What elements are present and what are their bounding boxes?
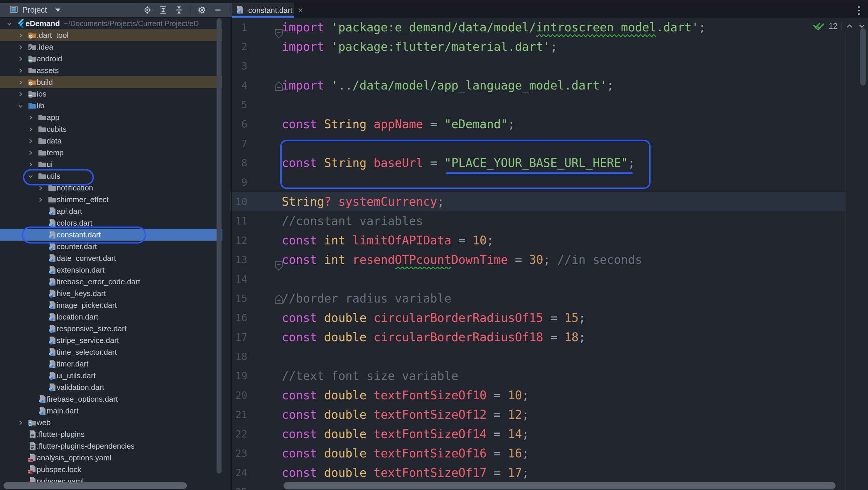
code-line-15[interactable]: 15//border radius variable (232, 289, 868, 308)
code-line-16[interactable]: 16const double circularBorderRadiusOf15 … (232, 308, 868, 328)
tree-item-date-convert-dart[interactable]: date_convert.dart (0, 252, 222, 264)
inspections-widget[interactable]: 12 (812, 21, 866, 32)
tab-constant-dart[interactable]: constant.dart (232, 3, 294, 18)
tree-item-app[interactable]: app (0, 112, 222, 123)
tree-item-utils[interactable]: utils (0, 170, 222, 182)
chevron-right-icon[interactable] (17, 419, 24, 428)
code-line-11[interactable]: 11//constant variables (232, 211, 868, 231)
tree-item--idea[interactable]: .idea (0, 41, 222, 53)
code-line-3[interactable]: 3 (232, 56, 868, 76)
project-view-selector[interactable]: Project (9, 5, 60, 15)
fold-marker-down[interactable] (274, 261, 284, 273)
tree-item-ui-utils-dart[interactable]: ui_utils.dart (0, 370, 222, 381)
code-line-17[interactable]: 17const double circularBorderRadiusOf18 … (232, 328, 868, 347)
fold-marker-up[interactable] (274, 293, 284, 305)
settings-gear-icon[interactable] (195, 4, 208, 16)
chevron-down-icon[interactable] (6, 20, 13, 28)
chevron-right-icon[interactable] (37, 196, 44, 205)
chevron-right-icon[interactable] (27, 137, 34, 146)
tree-item-colors-dart[interactable]: colors.dart (0, 217, 222, 229)
tree-item-firebase-error-code-dart[interactable]: firebase_error_code.dart (0, 276, 222, 287)
chevron-right-icon[interactable] (17, 56, 24, 64)
code-line-10[interactable]: 10String? systemCurrency; (232, 192, 868, 211)
tree-horizontal-scrollbar[interactable] (3, 482, 187, 489)
tree-vertical-scrollbar[interactable] (217, 18, 221, 473)
tree-item-data[interactable]: data (0, 135, 222, 147)
code-line-8[interactable]: 8const String baseUrl = "PLACE_YOUR_BASE… (232, 153, 868, 173)
chevron-right-icon[interactable] (17, 32, 24, 40)
chevron-right-icon[interactable] (27, 126, 34, 134)
tree-item-lib[interactable]: lib (0, 100, 222, 112)
chevron-right-icon[interactable] (37, 185, 44, 193)
code-line-23[interactable]: 23const double textFontSizeOf16 = 16; (232, 443, 868, 463)
code-line-14[interactable]: 14 (232, 269, 868, 289)
editor-horizontal-scrollbar[interactable] (283, 482, 836, 489)
tree-item-main-dart[interactable]: main.dart (0, 405, 222, 417)
code-line-24[interactable]: 24const double textFontSizeOf17 = 17; (232, 463, 868, 482)
close-icon[interactable] (297, 7, 304, 14)
chevron-down-icon[interactable] (27, 173, 34, 181)
tree-item-responsive-size-dart[interactable]: responsive_size.dart (0, 323, 222, 335)
code-line-22[interactable]: 22const double textFontSizeOf14 = 14; (232, 424, 868, 443)
tree-item-android[interactable]: android (0, 53, 222, 65)
locate-file-button[interactable] (141, 4, 154, 16)
collapse-all-button[interactable] (173, 4, 185, 16)
chevron-right-icon[interactable] (17, 44, 24, 52)
code-line-19[interactable]: 19//text font size variable (232, 366, 868, 386)
chevron-right-icon[interactable] (27, 161, 34, 169)
tree-item-hive-keys-dart[interactable]: hive_keys.dart (0, 287, 222, 299)
tree-item-timer-dart[interactable]: timer.dart (0, 358, 222, 370)
tree-item-ui[interactable]: ui (0, 158, 222, 170)
chevron-down-icon[interactable] (17, 102, 24, 111)
fold-marker-up[interactable] (274, 80, 284, 92)
tree-item-counter-dart[interactable]: counter.dart (0, 241, 222, 252)
tree-item-pubspec-lock[interactable]: YMLpubspec.lock (0, 464, 222, 475)
expand-all-button[interactable] (157, 4, 169, 16)
chevron-right-icon[interactable] (17, 91, 24, 99)
more-options-icon[interactable] (855, 5, 863, 16)
tree-item-api-dart[interactable]: api.dart (0, 205, 222, 217)
tree-item-temp[interactable]: temp (0, 147, 222, 158)
chevron-right-icon[interactable] (27, 149, 34, 158)
code-line-18[interactable]: 18 (232, 347, 868, 366)
fold-marker-down[interactable] (274, 28, 284, 41)
code-line-9[interactable]: 9 (232, 173, 868, 192)
tree-item-notification[interactable]: notification (0, 182, 222, 194)
tree-item-cubits[interactable]: cubits (0, 123, 222, 135)
tree-item-ios[interactable]: ios (0, 88, 222, 100)
tree-item-analysis-options-yaml[interactable]: YMLanalysis_options.yaml (0, 452, 222, 464)
chevron-right-icon[interactable] (17, 79, 24, 87)
editor-vertical-scrollbar[interactable] (860, 28, 866, 86)
tree-item-firebase-options-dart[interactable]: firebase_options.dart (0, 393, 222, 405)
tree-item-web[interactable]: web (0, 417, 222, 428)
tree-item-validation-dart[interactable]: validation.dart (0, 381, 222, 393)
code-line-7[interactable]: 7 (232, 134, 868, 153)
chevron-right-icon[interactable] (17, 67, 24, 75)
code-line-5[interactable]: 5 (232, 95, 868, 115)
code-line-4[interactable]: 4import '../data/model/app_language_mode… (232, 76, 868, 95)
code-line-1[interactable]: 1import 'package:e_demand/data/model/int… (232, 18, 868, 37)
hide-panel-button[interactable] (211, 4, 224, 16)
tree-item-assets[interactable]: assets (0, 65, 222, 76)
code-line-6[interactable]: 6const String appName = "eDemand"; (232, 115, 868, 134)
code-line-21[interactable]: 21const double textFontSizeOf12 = 12; (232, 405, 868, 424)
code-line-12[interactable]: 12const int limitOfAPIData = 10; (232, 231, 868, 250)
tree-item-constant-dart[interactable]: constant.dart (0, 229, 222, 241)
tree-item-shimmer-effect[interactable]: shimmer_effect (0, 194, 222, 205)
tree-item-image-picker-dart[interactable]: image_picker.dart (0, 299, 222, 311)
chevron-right-icon[interactable] (27, 114, 34, 122)
tree-item-time-selector-dart[interactable]: time_selector.dart (0, 346, 222, 358)
tree-item-project-root[interactable]: eDemand~/Documents/Projects/Current Proj… (0, 18, 222, 29)
tree-item--flutter-plugins-dependencies[interactable]: .flutter-plugins-dependencies (0, 440, 222, 452)
code-line-13[interactable]: 13const int resendOTPcountDownTime = 30;… (232, 250, 868, 269)
tree-item-stripe-service-dart[interactable]: stripe_service.dart (0, 335, 222, 346)
tree-item--flutter-plugins[interactable]: .flutter-plugins (0, 428, 222, 440)
code-line-2[interactable]: 2import 'package:flutter/material.dart'; (232, 37, 868, 56)
tree-item-extension-dart[interactable]: extension.dart (0, 264, 222, 276)
panel-splitter[interactable] (231, 18, 232, 490)
tree-item-build[interactable]: build (0, 76, 222, 88)
previous-problem-button[interactable] (845, 22, 854, 31)
tree-item--dart-tool[interactable]: .dart_tool (0, 29, 222, 41)
code-line-20[interactable]: 20const double textFontSizeOf10 = 10; (232, 386, 868, 405)
tree-item-location-dart[interactable]: location.dart (0, 311, 222, 323)
